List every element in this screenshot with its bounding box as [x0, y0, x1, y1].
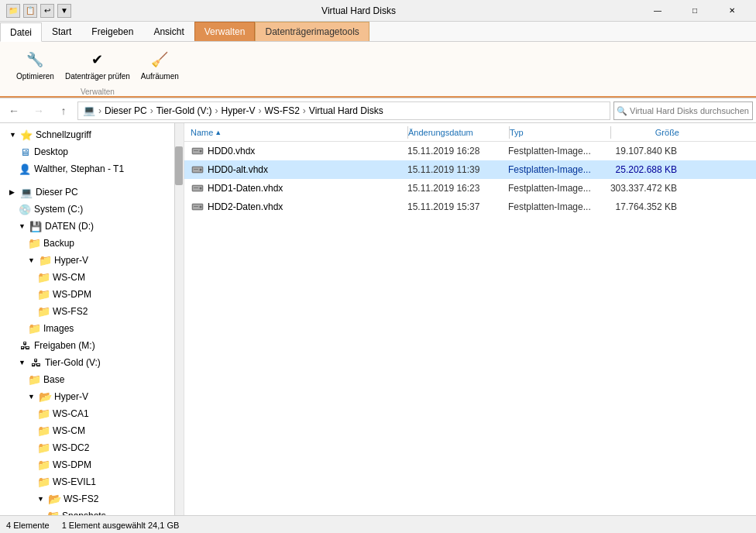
folder-ws-dpm-icon: 📁: [37, 288, 50, 301]
desktop-icon: 🖥: [19, 146, 31, 158]
sidebar-item-label: Schnellzugriff: [36, 129, 91, 140]
drive-c-icon: 💿: [19, 203, 31, 215]
sidebar-item-ws-dpm2[interactable]: 📁 WS-DPM: [0, 456, 184, 473]
sidebar-item-tier-gold-v[interactable]: ▼ 🖧 Tier-Gold (V:): [0, 354, 184, 371]
sidebar-item-images[interactable]: 📁 Images: [0, 320, 184, 337]
sidebar-item-ws-dpm[interactable]: 📁 WS-DPM: [0, 286, 184, 303]
chevron-down5-icon: ▼: [28, 393, 36, 401]
file-type-hdd0-alt: Festplatten-Image...: [508, 164, 609, 175]
svg-point-2: [200, 150, 202, 153]
file-icon-hdd0: [191, 144, 204, 158]
table-row[interactable]: HDD2-Daten.vhdx 15.11.2019 15:37 Festpla…: [184, 198, 756, 216]
sidebar-scrollbar-thumb[interactable]: [175, 146, 183, 185]
tab-datentraeger[interactable]: Datenträgerimagetools: [255, 22, 369, 41]
sidebar-item-ws-fs2-2[interactable]: ▼ 📂 WS-FS2: [0, 490, 184, 507]
search-input[interactable]: [613, 101, 753, 120]
quick-access-icon[interactable]: 📋: [23, 4, 37, 18]
sidebar-item-backup[interactable]: 📁 Backup: [0, 235, 184, 252]
crumb-ws-fs2[interactable]: WS-FS2: [265, 105, 300, 116]
col-header-date[interactable]: Änderungsdatum: [408, 128, 509, 137]
file-date-hdd0: 15.11.2019 16:28: [407, 146, 508, 156]
search-wrap: 🔍: [613, 101, 753, 120]
chevron-down6-icon: ▼: [37, 495, 45, 503]
sidebar-item-ws-fs2[interactable]: 📁 WS-FS2: [0, 303, 184, 320]
main-area: ▼ ⭐ Schnellzugriff 🖥 Desktop 👤 Walther, …: [0, 123, 756, 515]
svg-rect-15: [194, 206, 198, 207]
pc-icon: 💻: [83, 105, 95, 116]
col-header-type[interactable]: Typ: [510, 128, 610, 137]
column-headers: Name ▲ Änderungsdatum Typ Größe: [184, 123, 756, 142]
tab-freigeben[interactable]: Freigeben: [81, 22, 143, 41]
star-icon: ⭐: [20, 129, 33, 141]
sidebar-item-system-c[interactable]: 💿 System (C:): [0, 201, 184, 218]
file-size-hdd1: 303.337.472 KB: [609, 183, 686, 194]
sidebar-item-dieser-pc[interactable]: ▶ 💻 Dieser PC: [0, 184, 184, 201]
sidebar-item-snapshots[interactable]: 📁 Snapshots: [0, 507, 184, 515]
table-row[interactable]: HDD1-Daten.vhdx 15.11.2019 16:23 Festpla…: [184, 179, 756, 198]
sidebar-item-freigaben-m[interactable]: 🖧 Freigaben (M:): [0, 337, 184, 354]
folder-ws-fs2-icon: 📁: [37, 305, 50, 318]
minimize-button[interactable]: —: [640, 2, 675, 19]
col-header-size[interactable]: Größe: [611, 128, 689, 137]
status-bar: 4 Elemente 1 Element ausgewählt 24,1 GB: [0, 515, 756, 533]
folder-ws-cm-icon: 📁: [37, 271, 50, 284]
col-header-name[interactable]: Name ▲: [191, 128, 407, 137]
window-controls: — □ ✕: [640, 2, 750, 19]
svg-point-14: [200, 206, 202, 208]
file-icon-hdd1: [191, 181, 204, 195]
sidebar-item-daten-d[interactable]: ▼ 💾 DATEN (D:): [0, 218, 184, 235]
chevron-right-icon: ▶: [9, 188, 17, 196]
file-type-hdd2: Festplatten-Image...: [508, 201, 609, 212]
folder-ws-evil1-icon: 📁: [37, 476, 50, 488]
sidebar-item-hyper-v[interactable]: ▼ 📁 Hyper-V: [0, 252, 184, 269]
check-icon: ✔: [87, 49, 108, 70]
pc-icon: 💻: [20, 186, 33, 198]
sidebar: ▼ ⭐ Schnellzugriff 🖥 Desktop 👤 Walther, …: [0, 123, 184, 515]
tab-start[interactable]: Start: [42, 22, 81, 41]
sidebar-item-ws-dc2[interactable]: 📁 WS-DC2: [0, 439, 184, 456]
dropdown-icon[interactable]: ▼: [57, 4, 71, 18]
crumb-dieser-pc[interactable]: Dieser PC: [105, 105, 147, 116]
file-type-hdd0: Festplatten-Image...: [508, 146, 609, 156]
file-size-hdd0-alt: 25.202.688 KB: [609, 164, 686, 175]
ribbon-group-label: Verwalten: [81, 88, 115, 96]
crumb-hyper-v[interactable]: Hyper-V: [221, 105, 255, 116]
ribbon-btn-cleanup[interactable]: 🧹 Aufräumen: [137, 46, 183, 83]
file-date-hdd0-alt: 15.11.2019 11:39: [407, 164, 508, 175]
table-row[interactable]: HDD0.vhdx 15.11.2019 16:28 Festplatten-I…: [184, 142, 756, 160]
sidebar-item-ws-cm[interactable]: 📁 WS-CM: [0, 269, 184, 286]
sort-arrow-name: ▲: [215, 129, 222, 136]
sidebar-item-ws-cm2[interactable]: 📁 WS-CM: [0, 422, 184, 439]
back-button[interactable]: ←: [3, 101, 25, 121]
close-button[interactable]: ✕: [714, 2, 750, 19]
tab-verwalten[interactable]: Verwalten: [194, 22, 256, 41]
file-size-hdd2: 17.764.352 KB: [609, 201, 686, 212]
sidebar-item-base[interactable]: 📁 Base: [0, 371, 184, 388]
forward-button[interactable]: →: [28, 101, 50, 121]
chevron-down4-icon: ▼: [19, 359, 26, 366]
app-icon: 📁: [6, 4, 20, 18]
sidebar-item-desktop[interactable]: 🖥 Desktop: [0, 143, 184, 160]
ribbon-btn-optimize[interactable]: 🔧 Optimieren: [12, 46, 58, 83]
undo-icon[interactable]: ↩: [40, 4, 54, 18]
sidebar-item-ws-evil1[interactable]: 📁 WS-EVIL1: [0, 473, 184, 490]
sidebar-item-walther[interactable]: 👤 Walther, Stephan - T1: [0, 160, 184, 177]
ribbon-btn-check[interactable]: ✔ Datenträger prüfen: [61, 46, 134, 83]
sidebar-item-schnellzugriff[interactable]: ▼ ⭐ Schnellzugriff: [0, 126, 184, 143]
sidebar-item-hyper-v2[interactable]: ▼ 📂 Hyper-V: [0, 388, 184, 405]
file-type-hdd1: Festplatten-Image...: [508, 183, 609, 194]
up-button[interactable]: ↑: [53, 101, 74, 121]
window-title: Virtual Hard Disks: [77, 5, 640, 16]
crumb-tier-gold[interactable]: Tier-Gold (V:): [156, 105, 212, 116]
ribbon-tabs: Datei Start Freigeben Ansicht Verwalten …: [0, 22, 756, 42]
maximize-button[interactable]: □: [677, 2, 713, 19]
title-bar-icons: 📁 📋 ↩ ▼: [6, 4, 71, 18]
sidebar-scrollbar-track[interactable]: [174, 123, 184, 515]
tab-datei[interactable]: Datei: [0, 22, 42, 42]
svg-point-6: [200, 169, 202, 171]
sidebar-item-ws-ca1[interactable]: 📁 WS-CA1: [0, 405, 184, 422]
folder-hyperv2-icon: 📂: [39, 390, 51, 403]
table-row[interactable]: HDD0-alt.vhdx 15.11.2019 11:39 Festplatt…: [184, 160, 756, 179]
tab-ansicht[interactable]: Ansicht: [143, 22, 194, 41]
crumb-virtual-hard-disks[interactable]: Virtual Hard Disks: [309, 105, 383, 116]
